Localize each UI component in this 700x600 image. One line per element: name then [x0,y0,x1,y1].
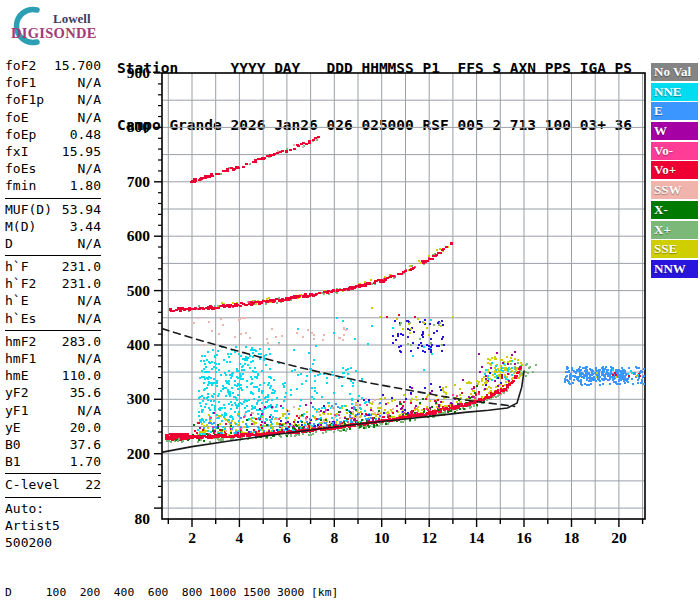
x-tick-label: 18 [564,529,580,546]
y-tick-label: 200 [127,445,151,462]
y-tick-label: 700 [127,173,151,190]
x-tick-label: 2 [188,529,196,546]
y-tick-label: 300 [127,390,151,407]
y-tick-label: 800 [127,118,151,135]
ionogram-plot-canvas [162,73,645,519]
footer-readouts: D 100 200 400 600 800 1000 1500 3000 [km… [5,558,685,600]
x-tick-label: 14 [469,529,485,546]
y-tick-label: 80 [135,510,151,527]
footer-distance-row: D 100 200 400 600 800 1000 1500 3000 [km… [5,586,685,600]
x-tick-label: 8 [330,529,338,546]
x-tick-label: 6 [283,529,291,546]
y-tick-label: 600 [127,227,151,244]
x-tick-label: 10 [374,529,390,546]
ionogram-page: { "logo": {"brand_top": "Lowell", "brand… [0,0,700,600]
x-tick-label: 16 [516,529,532,546]
y-tick-label: 400 [127,336,151,353]
x-tick-label: 12 [421,529,437,546]
y-tick-label: 900 [127,64,151,81]
y-tick-label: 500 [127,282,151,299]
x-tick-label: 4 [236,529,244,546]
x-tick-label: 20 [611,529,627,546]
